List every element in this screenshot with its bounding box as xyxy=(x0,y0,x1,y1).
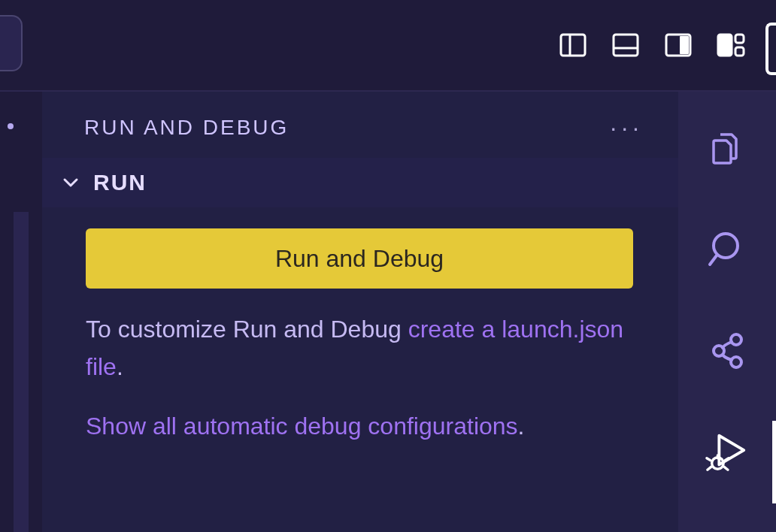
panel-title: RUN AND DEBUG xyxy=(84,116,289,140)
gutter-indent-bar xyxy=(14,212,29,532)
svg-rect-0 xyxy=(561,35,585,56)
svg-line-10 xyxy=(710,255,717,264)
section-title: RUN xyxy=(93,170,147,195)
show-configs-text: Show all automatic debug configurations. xyxy=(86,408,633,446)
toggle-primary-sidebar-icon[interactable] xyxy=(558,30,588,60)
activity-bar xyxy=(678,92,776,532)
more-actions-icon[interactable]: ··· xyxy=(610,124,644,131)
search-icon[interactable] xyxy=(705,227,750,272)
customize-layout-icon[interactable] xyxy=(716,30,746,60)
editor-gutter-fragment xyxy=(0,92,42,532)
chevron-down-icon xyxy=(60,172,81,193)
run-debug-panel: RUN AND DEBUG ··· RUN Run and Debug To c… xyxy=(42,92,678,532)
show-all-configs-link[interactable]: Show all automatic debug configurations xyxy=(86,413,518,440)
svg-point-13 xyxy=(731,357,741,367)
svg-rect-6 xyxy=(718,35,732,56)
svg-rect-8 xyxy=(735,47,744,56)
toggle-panel-icon[interactable] xyxy=(611,30,641,60)
customize-text: To customize Run and Debug create a laun… xyxy=(86,311,633,385)
right-edge-fragment xyxy=(765,23,776,75)
svg-rect-2 xyxy=(614,35,638,56)
gutter-dot xyxy=(8,123,14,129)
svg-line-17 xyxy=(707,458,711,461)
toggle-secondary-sidebar-icon[interactable] xyxy=(663,30,693,60)
period-1: . xyxy=(117,353,123,380)
activity-active-indicator xyxy=(772,421,776,503)
explorer-icon[interactable] xyxy=(705,125,750,171)
svg-point-11 xyxy=(731,334,741,345)
svg-rect-5 xyxy=(680,36,689,54)
titlebar xyxy=(0,0,776,90)
svg-line-19 xyxy=(708,467,711,470)
run-and-debug-button[interactable]: Run and Debug xyxy=(86,228,633,289)
customize-text-prefix: To customize Run and Debug xyxy=(86,316,408,343)
source-control-icon[interactable] xyxy=(705,328,750,373)
svg-rect-7 xyxy=(735,35,744,43)
run-debug-icon[interactable] xyxy=(705,430,750,475)
run-section-header[interactable]: RUN xyxy=(42,158,678,207)
search-box-fragment xyxy=(0,15,23,71)
period-2: . xyxy=(518,413,525,440)
svg-line-20 xyxy=(724,467,728,470)
